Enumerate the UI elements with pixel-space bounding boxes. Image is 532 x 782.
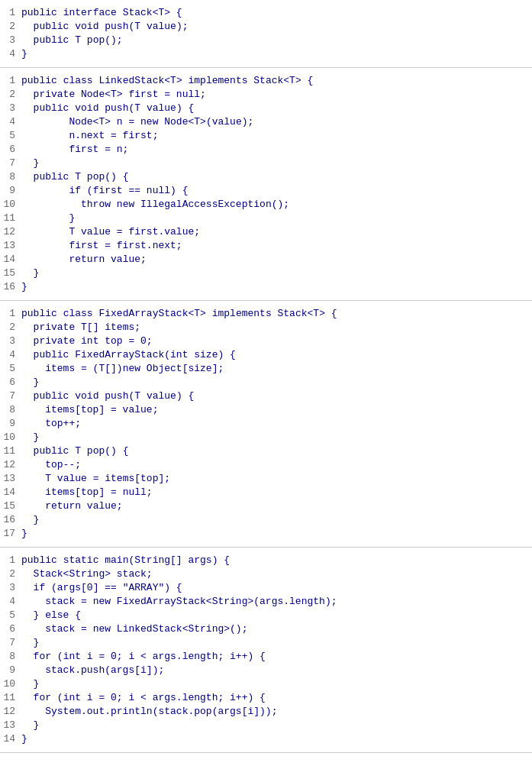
line-content: public void push(T value) { [21, 389, 194, 403]
line-number: 4 [0, 595, 21, 609]
line-number: 7 [0, 157, 21, 170]
code-line: 6 } [0, 376, 532, 389]
line-number: 9 [0, 417, 21, 431]
line-content: } [21, 677, 39, 691]
line-content: } [21, 267, 39, 280]
code-line: 1public interface Stack<T> { [0, 6, 532, 20]
line-content: Node<T> n = new Node<T>(value); [21, 115, 253, 129]
code-line: 3 public void push(T value) { [0, 102, 532, 115]
line-number: 1 [0, 6, 21, 20]
code-line: 11 public T pop() { [0, 444, 532, 458]
code-line: 13 } [0, 719, 532, 732]
code-line: 14} [0, 732, 532, 746]
code-line: 6 stack = new LinkedStack<String>(); [0, 622, 532, 636]
line-content: } [21, 732, 27, 746]
line-number: 3 [0, 581, 21, 595]
code-line: 14 return value; [0, 253, 532, 267]
line-number: 7 [0, 389, 21, 403]
code-line: 1public class LinkedStack<T> implements … [0, 74, 532, 88]
code-line: 7 } [0, 636, 532, 650]
code-viewer: 1public interface Stack<T> {2 public voi… [0, 0, 532, 753]
code-line: 1public static main(String[] args) { [0, 554, 532, 567]
line-content: } [21, 376, 39, 389]
line-number: 7 [0, 636, 21, 650]
code-line: 14 items[top] = null; [0, 486, 532, 499]
line-number: 1 [0, 74, 21, 88]
code-line: 4 stack = new FixedArrayStack<String>(ar… [0, 595, 532, 609]
line-content: if (first == null) { [21, 184, 188, 198]
line-number: 8 [0, 650, 21, 664]
line-number: 5 [0, 362, 21, 376]
code-line: 3 if (args[0] == "ARRAY") { [0, 581, 532, 595]
code-line: 3 private int top = 0; [0, 334, 532, 348]
code-line: 16} [0, 280, 532, 294]
code-line: 12 top--; [0, 458, 532, 472]
line-number: 8 [0, 403, 21, 417]
code-line: 16 } [0, 513, 532, 527]
code-line: 12 T value = first.value; [0, 225, 532, 239]
code-line: 12 System.out.println(stack.pop(args[i])… [0, 705, 532, 719]
line-content: public T pop() { [21, 444, 128, 458]
code-line: 13 first = first.next; [0, 239, 532, 253]
code-line: 15 return value; [0, 499, 532, 513]
line-content: public class FixedArrayStack<T> implemen… [21, 307, 337, 321]
line-number: 10 [0, 431, 21, 444]
code-line: 10 } [0, 677, 532, 691]
code-line: 13 T value = items[top]; [0, 472, 532, 486]
code-line: 17} [0, 527, 532, 541]
code-line: 6 first = n; [0, 143, 532, 157]
code-line: 8 public T pop() { [0, 170, 532, 184]
line-number: 13 [0, 719, 21, 732]
code-line: 3 public T pop(); [0, 34, 532, 47]
line-content: T value = items[top]; [21, 472, 170, 486]
code-line: 15 } [0, 267, 532, 280]
line-number: 8 [0, 170, 21, 184]
line-number: 1 [0, 554, 21, 567]
code-line: 1public class FixedArrayStack<T> impleme… [0, 307, 532, 321]
line-number: 1 [0, 307, 21, 321]
line-content: } [21, 212, 75, 225]
code-line: 4} [0, 47, 532, 61]
line-content: for (int i = 0; i < args.length; i++) { [21, 650, 266, 664]
line-number: 11 [0, 212, 21, 225]
line-content: first = n; [21, 143, 128, 157]
line-content: return value; [21, 253, 147, 267]
code-line: 7 public void push(T value) { [0, 389, 532, 403]
line-number: 17 [0, 527, 21, 541]
line-content: public T pop(); [21, 34, 123, 47]
code-line: 4 public FixedArrayStack(int size) { [0, 348, 532, 362]
line-content: public class LinkedStack<T> implements S… [21, 74, 313, 88]
code-line: 5 } else { [0, 609, 532, 622]
line-number: 12 [0, 225, 21, 239]
code-line: 11 for (int i = 0; i < args.length; i++)… [0, 691, 532, 705]
line-number: 15 [0, 267, 21, 280]
line-content: items[top] = value; [21, 403, 158, 417]
code-line: 8 items[top] = value; [0, 403, 532, 417]
line-number: 12 [0, 458, 21, 472]
line-number: 6 [0, 143, 21, 157]
line-number: 16 [0, 513, 21, 527]
line-content: } [21, 719, 39, 732]
code-block-4: 1public static main(String[] args) {2 St… [0, 548, 532, 753]
line-number: 3 [0, 34, 21, 47]
code-line: 2 public void push(T value); [0, 20, 532, 34]
line-number: 11 [0, 444, 21, 458]
line-content: throw new IllegalAccessException(); [21, 198, 289, 212]
line-content: } [21, 157, 39, 170]
line-content: } else { [21, 609, 81, 622]
line-number: 2 [0, 88, 21, 102]
code-line: 2 Stack<String> stack; [0, 567, 532, 581]
line-content: } [21, 527, 27, 541]
line-content: public T pop() { [21, 170, 128, 184]
line-content: first = first.next; [21, 239, 182, 253]
line-content: private int top = 0; [21, 334, 153, 348]
line-content: public void push(T value); [21, 20, 189, 34]
line-content: if (args[0] == "ARRAY") { [21, 581, 182, 595]
line-content: for (int i = 0; i < args.length; i++) { [21, 691, 266, 705]
line-content: n.next = first; [21, 129, 158, 143]
line-content: public interface Stack<T> { [21, 6, 182, 20]
line-number: 16 [0, 280, 21, 294]
line-content: private T[] items; [21, 321, 140, 334]
line-content: stack.push(args[i]); [21, 664, 164, 677]
code-line: 7 } [0, 157, 532, 170]
